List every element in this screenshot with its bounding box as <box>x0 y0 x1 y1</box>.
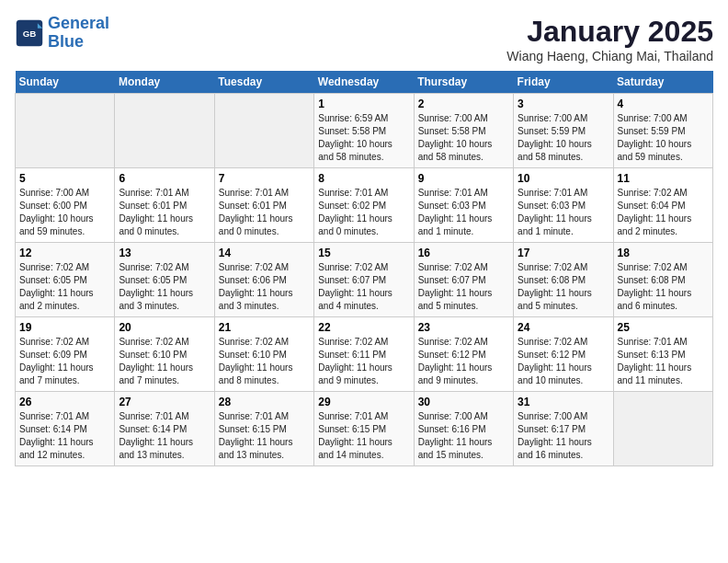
day-info: Sunrise: 7:01 AM Sunset: 6:13 PM Dayligh… <box>618 336 709 387</box>
day-number: 28 <box>219 396 310 408</box>
day-info: Sunrise: 7:00 AM Sunset: 5:59 PM Dayligh… <box>518 112 609 164</box>
calendar-cell: 17Sunrise: 7:02 AM Sunset: 6:08 PM Dayli… <box>514 243 613 317</box>
day-number: 2 <box>418 98 509 110</box>
day-info: Sunrise: 7:02 AM Sunset: 6:10 PM Dayligh… <box>119 336 210 387</box>
day-number: 3 <box>518 98 609 110</box>
calendar-cell: 6Sunrise: 7:01 AM Sunset: 6:01 PM Daylig… <box>115 168 214 243</box>
calendar-cell: 3Sunrise: 7:00 AM Sunset: 5:59 PM Daylig… <box>514 94 613 168</box>
day-number: 18 <box>618 247 709 259</box>
calendar-cell: 27Sunrise: 7:01 AM Sunset: 6:14 PM Dayli… <box>115 392 214 466</box>
calendar-cell: 13Sunrise: 7:02 AM Sunset: 6:05 PM Dayli… <box>115 243 214 317</box>
logo: GB General Blue <box>15 15 109 52</box>
week-row-1: 1Sunrise: 6:59 AM Sunset: 5:58 PM Daylig… <box>16 94 713 168</box>
calendar-cell: 31Sunrise: 7:00 AM Sunset: 6:17 PM Dayli… <box>514 392 613 466</box>
day-info: Sunrise: 7:01 AM Sunset: 6:03 PM Dayligh… <box>418 187 509 238</box>
day-info: Sunrise: 7:01 AM Sunset: 6:15 PM Dayligh… <box>219 410 310 462</box>
day-info: Sunrise: 7:01 AM Sunset: 6:14 PM Dayligh… <box>119 410 210 462</box>
calendar-cell: 5Sunrise: 7:00 AM Sunset: 6:00 PM Daylig… <box>16 168 115 243</box>
day-info: Sunrise: 7:02 AM Sunset: 6:12 PM Dayligh… <box>518 336 609 387</box>
day-number: 24 <box>518 321 609 334</box>
day-number: 10 <box>518 172 609 185</box>
day-number: 1 <box>318 98 409 110</box>
logo-line2: Blue <box>48 32 84 51</box>
day-info: Sunrise: 7:02 AM Sunset: 6:08 PM Dayligh… <box>618 261 709 313</box>
day-number: 9 <box>418 172 509 185</box>
calendar-cell: 28Sunrise: 7:01 AM Sunset: 6:15 PM Dayli… <box>214 392 313 466</box>
weekday-header-monday: Monday <box>115 71 214 94</box>
day-number: 6 <box>119 172 210 185</box>
day-info: Sunrise: 7:02 AM Sunset: 6:08 PM Dayligh… <box>518 261 609 313</box>
calendar-cell: 18Sunrise: 7:02 AM Sunset: 6:08 PM Dayli… <box>613 243 712 317</box>
calendar-cell: 1Sunrise: 6:59 AM Sunset: 5:58 PM Daylig… <box>314 94 414 168</box>
calendar-cell <box>214 94 313 168</box>
calendar-cell: 4Sunrise: 7:00 AM Sunset: 5:59 PM Daylig… <box>613 94 712 168</box>
day-info: Sunrise: 7:01 AM Sunset: 6:03 PM Dayligh… <box>518 187 609 238</box>
day-number: 13 <box>119 247 210 259</box>
calendar-cell: 22Sunrise: 7:02 AM Sunset: 6:11 PM Dayli… <box>314 317 414 392</box>
weekday-header-saturday: Saturday <box>613 71 712 94</box>
day-number: 21 <box>219 321 310 334</box>
weekday-header-row: SundayMondayTuesdayWednesdayThursdayFrid… <box>16 71 713 94</box>
calendar-cell: 29Sunrise: 7:01 AM Sunset: 6:15 PM Dayli… <box>314 392 414 466</box>
day-info: Sunrise: 7:02 AM Sunset: 6:06 PM Dayligh… <box>219 261 310 313</box>
calendar-cell: 14Sunrise: 7:02 AM Sunset: 6:06 PM Dayli… <box>214 243 313 317</box>
title-block: January 2025 Wiang Haeng, Chiang Mai, Th… <box>506 15 713 63</box>
day-info: Sunrise: 7:02 AM Sunset: 6:07 PM Dayligh… <box>318 261 409 313</box>
calendar-cell <box>115 94 214 168</box>
page-header: GB General Blue January 2025 Wiang Haeng… <box>15 15 713 63</box>
calendar-cell: 10Sunrise: 7:01 AM Sunset: 6:03 PM Dayli… <box>514 168 613 243</box>
weekday-header-thursday: Thursday <box>414 71 513 94</box>
day-info: Sunrise: 7:02 AM Sunset: 6:12 PM Dayligh… <box>418 336 509 387</box>
day-info: Sunrise: 7:02 AM Sunset: 6:10 PM Dayligh… <box>219 336 310 387</box>
day-info: Sunrise: 7:00 AM Sunset: 5:59 PM Dayligh… <box>618 112 709 164</box>
day-info: Sunrise: 7:02 AM Sunset: 6:04 PM Dayligh… <box>618 187 709 238</box>
day-info: Sunrise: 7:00 AM Sunset: 6:17 PM Dayligh… <box>518 410 609 462</box>
day-number: 22 <box>318 321 409 334</box>
logo-line1: General <box>48 14 109 32</box>
calendar-cell: 23Sunrise: 7:02 AM Sunset: 6:12 PM Dayli… <box>414 317 513 392</box>
day-number: 15 <box>318 247 409 259</box>
svg-text:GB: GB <box>23 28 37 38</box>
day-info: Sunrise: 7:02 AM Sunset: 6:05 PM Dayligh… <box>119 261 210 313</box>
week-row-4: 19Sunrise: 7:02 AM Sunset: 6:09 PM Dayli… <box>16 317 713 392</box>
week-row-2: 5Sunrise: 7:00 AM Sunset: 6:00 PM Daylig… <box>16 168 713 243</box>
weekday-header-friday: Friday <box>514 71 613 94</box>
day-info: Sunrise: 7:01 AM Sunset: 6:01 PM Dayligh… <box>219 187 310 238</box>
calendar-cell: 7Sunrise: 7:01 AM Sunset: 6:01 PM Daylig… <box>214 168 313 243</box>
day-number: 12 <box>19 247 110 259</box>
calendar-title: January 2025 <box>506 15 713 49</box>
day-number: 16 <box>418 247 509 259</box>
calendar-cell: 30Sunrise: 7:00 AM Sunset: 6:16 PM Dayli… <box>414 392 513 466</box>
day-number: 30 <box>418 396 509 408</box>
calendar-cell: 11Sunrise: 7:02 AM Sunset: 6:04 PM Dayli… <box>613 168 712 243</box>
day-info: Sunrise: 7:00 AM Sunset: 5:58 PM Dayligh… <box>418 112 509 164</box>
calendar-cell: 15Sunrise: 7:02 AM Sunset: 6:07 PM Dayli… <box>314 243 414 317</box>
day-number: 8 <box>318 172 409 185</box>
calendar-cell: 24Sunrise: 7:02 AM Sunset: 6:12 PM Dayli… <box>514 317 613 392</box>
day-info: Sunrise: 7:02 AM Sunset: 6:07 PM Dayligh… <box>418 261 509 313</box>
day-number: 7 <box>219 172 310 185</box>
day-info: Sunrise: 7:00 AM Sunset: 6:00 PM Dayligh… <box>19 187 110 238</box>
calendar-table: SundayMondayTuesdayWednesdayThursdayFrid… <box>15 71 713 466</box>
day-number: 25 <box>618 321 709 334</box>
day-info: Sunrise: 6:59 AM Sunset: 5:58 PM Dayligh… <box>318 112 409 164</box>
day-number: 5 <box>19 172 110 185</box>
day-number: 20 <box>119 321 210 334</box>
day-info: Sunrise: 7:02 AM Sunset: 6:09 PM Dayligh… <box>19 336 110 387</box>
weekday-header-tuesday: Tuesday <box>214 71 313 94</box>
day-number: 27 <box>119 396 210 408</box>
calendar-cell: 16Sunrise: 7:02 AM Sunset: 6:07 PM Dayli… <box>414 243 513 317</box>
logo-icon: GB <box>15 18 44 48</box>
day-info: Sunrise: 7:01 AM Sunset: 6:14 PM Dayligh… <box>19 410 110 462</box>
day-number: 17 <box>518 247 609 259</box>
day-number: 11 <box>618 172 709 185</box>
calendar-cell: 9Sunrise: 7:01 AM Sunset: 6:03 PM Daylig… <box>414 168 513 243</box>
calendar-cell: 25Sunrise: 7:01 AM Sunset: 6:13 PM Dayli… <box>613 317 712 392</box>
day-info: Sunrise: 7:01 AM Sunset: 6:02 PM Dayligh… <box>318 187 409 238</box>
calendar-cell: 26Sunrise: 7:01 AM Sunset: 6:14 PM Dayli… <box>16 392 115 466</box>
day-number: 26 <box>19 396 110 408</box>
day-number: 4 <box>618 98 709 110</box>
calendar-subtitle: Wiang Haeng, Chiang Mai, Thailand <box>506 49 713 63</box>
day-number: 14 <box>219 247 310 259</box>
day-info: Sunrise: 7:01 AM Sunset: 6:15 PM Dayligh… <box>318 410 409 462</box>
